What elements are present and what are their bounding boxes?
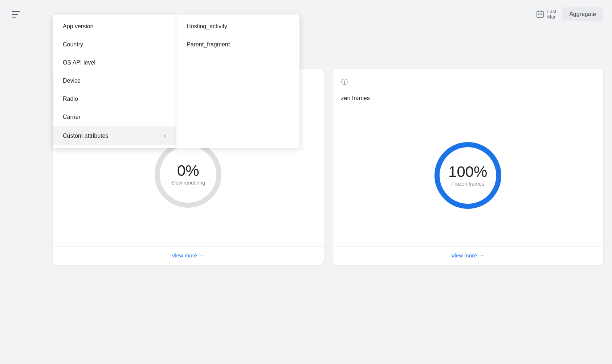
chevron-right-icon: › (164, 132, 166, 140)
svg-rect-0 (12, 11, 20, 12)
aggregate-button[interactable]: Aggregate (562, 7, 603, 21)
slow-rendering-footer: View more → (53, 246, 324, 265)
filter-dropdown: App version Country OS API level Device … (53, 15, 299, 148)
svg-rect-3 (537, 11, 543, 17)
frozen-frames-chart-area: 100% Frozen frames (332, 104, 604, 246)
menu-item-custom-attributes[interactable]: Custom attributes › (53, 126, 176, 145)
frozen-frames-info-icon[interactable]: ⓘ (341, 78, 348, 86)
frozen-frames-card: ⓘ zen frames 100% Frozen frames View mor… (332, 69, 604, 265)
frozen-frames-label: Frozen frames (448, 181, 487, 187)
frozen-frames-donut: 100% Frozen frames (428, 136, 508, 215)
date-range-text: Last Mar (547, 9, 556, 20)
menu-item-radio[interactable]: Radio (53, 90, 176, 108)
menu-item-country[interactable]: Country (53, 36, 176, 54)
slow-rendering-center: 0% Slow rendering (171, 163, 205, 186)
menu-item-os-api-level[interactable]: OS API level (53, 54, 176, 72)
top-right-controls: Last Mar Aggregate (536, 7, 603, 21)
menu-item-parent-fragment[interactable]: Parent_fragment (176, 36, 299, 54)
filter-button[interactable] (9, 7, 23, 22)
frozen-frames-view-more[interactable]: View more → (451, 252, 485, 258)
svg-rect-7 (538, 14, 539, 15)
date-range-selector[interactable]: Last Mar (536, 9, 556, 20)
calendar-icon (536, 10, 544, 18)
svg-rect-8 (540, 14, 542, 15)
menu-item-hosting-activity[interactable]: Hosting_activity (176, 17, 299, 36)
slow-rendering-view-more[interactable]: View more → (171, 252, 205, 258)
svg-rect-1 (12, 14, 18, 15)
frozen-frames-header: ⓘ (332, 69, 604, 92)
menu-item-carrier[interactable]: Carrier (53, 108, 176, 126)
svg-rect-2 (12, 17, 16, 18)
menu-item-app-version[interactable]: App version (53, 17, 176, 36)
frozen-frames-percent: 100% (448, 164, 487, 179)
frozen-frames-footer: View more → (332, 246, 604, 265)
slow-rendering-percent: 0% (171, 163, 205, 178)
dropdown-right-panel: Hosting_activity Parent_fragment (176, 15, 299, 148)
menu-item-device[interactable]: Device (53, 72, 176, 90)
dropdown-left-panel: App version Country OS API level Device … (53, 15, 176, 148)
frozen-frames-center: 100% Frozen frames (448, 164, 487, 187)
frozen-frames-top-label: zen frames (332, 92, 604, 104)
slow-rendering-label: Slow rendering (171, 180, 205, 186)
